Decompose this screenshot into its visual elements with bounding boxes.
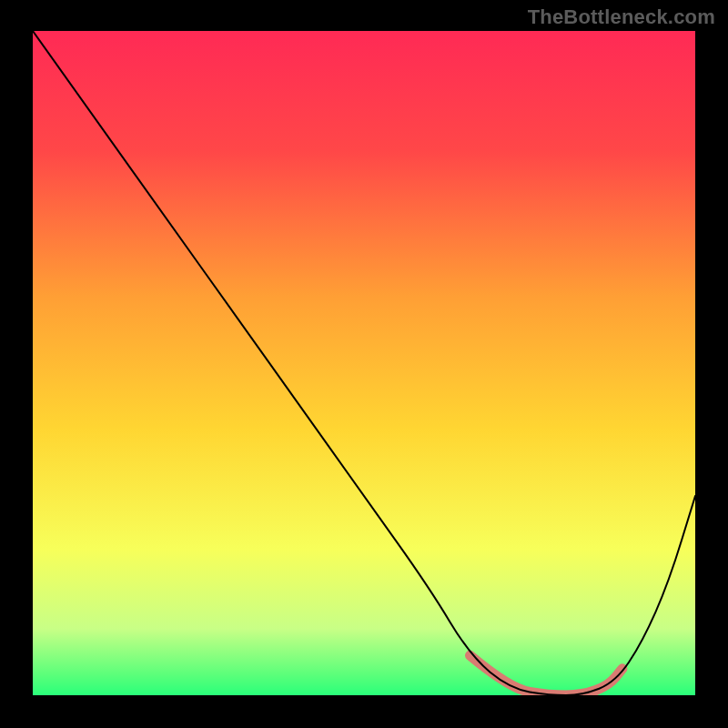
plot-area [33,31,695,695]
gradient-rect [33,31,695,695]
chart-stage: TheBottleneck.com [0,0,728,728]
watermark-text: TheBottleneck.com [528,5,715,29]
chart-svg [33,31,695,695]
